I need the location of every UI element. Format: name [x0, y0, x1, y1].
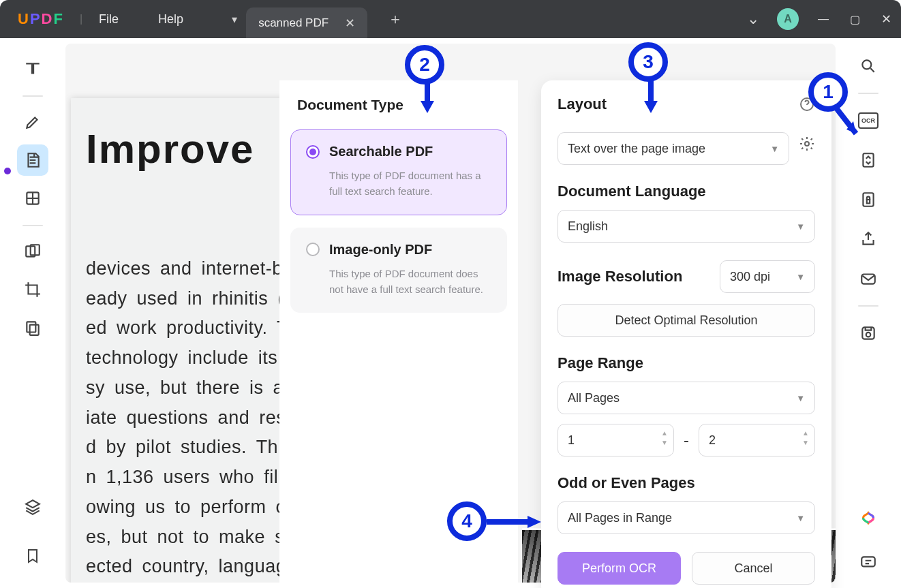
detect-resolution-button[interactable]: Detect Optimal Resolution — [558, 304, 815, 337]
bookmark-icon[interactable] — [17, 540, 48, 572]
callout-4: 4 — [447, 501, 487, 541]
document-type-heading: Document Type — [297, 97, 518, 113]
spin-buttons[interactable]: ▲▼ — [661, 430, 668, 446]
organize-pages-icon[interactable] — [17, 236, 48, 267]
duplicate-page-icon[interactable] — [17, 312, 48, 343]
page-range-value: All Pages — [568, 391, 620, 405]
option-description: This type of PDF document has a full tex… — [329, 168, 491, 200]
page-from-input[interactable]: 1 ▲▼ — [558, 424, 674, 457]
toolbar-separator — [22, 225, 43, 226]
odd-even-label: Odd or Even Pages — [558, 474, 815, 492]
callout-3-arrow — [641, 78, 661, 119]
language-label: Document Language — [558, 183, 815, 200]
callout-2: 2 — [405, 45, 444, 84]
titlebar-right: ⌄ A — ▢ ✕ — [747, 0, 893, 38]
account-dropdown-icon[interactable]: ⌄ — [747, 10, 759, 28]
edit-pdf-icon[interactable] — [17, 144, 48, 176]
svg-rect-12 — [861, 557, 875, 566]
cancel-button[interactable]: Cancel — [692, 552, 815, 585]
chevron-down-icon: ▼ — [796, 393, 805, 403]
tab-scanned-pdf[interactable]: scanned PDF ✕ — [246, 7, 367, 38]
range-dash: - — [684, 431, 689, 450]
email-icon[interactable] — [853, 263, 884, 294]
left-toolbar — [5, 38, 60, 588]
svg-marker-16 — [421, 101, 434, 113]
callout-1: 1 — [808, 72, 848, 112]
save-icon[interactable] — [853, 318, 884, 349]
toolbar-separator — [22, 95, 43, 97]
gear-icon[interactable] — [799, 136, 815, 152]
main-area: Improve devices and internet-bas eady us… — [0, 38, 901, 588]
titlebar: UPDF | File Help ▾ scanned PDF ✕ ＋ ⌄ A —… — [0, 0, 901, 38]
language-value: English — [568, 219, 608, 234]
ai-assistant-icon[interactable] — [853, 505, 884, 536]
tab-title: scanned PDF — [258, 16, 329, 30]
layers-icon[interactable] — [17, 491, 48, 523]
toolbar-separator — [858, 93, 879, 94]
app-logo: UPDF — [18, 10, 63, 28]
option-title: Image-only PDF — [329, 242, 432, 258]
window-maximize-icon[interactable]: ▢ — [848, 13, 861, 26]
new-tab-button[interactable]: ＋ — [382, 9, 408, 29]
svg-marker-18 — [528, 516, 541, 528]
window-close-icon[interactable]: ✕ — [879, 12, 893, 27]
svg-rect-3 — [27, 322, 35, 332]
callout-3: 3 — [628, 42, 668, 82]
page-to-value: 2 — [709, 433, 716, 448]
crop-icon[interactable] — [17, 274, 48, 305]
layout-select[interactable]: Text over the page image ▼ — [558, 132, 789, 165]
resolution-value: 300 dpi — [730, 270, 770, 284]
resolution-select[interactable]: 300 dpi ▼ — [720, 260, 815, 293]
svg-rect-4 — [30, 325, 39, 335]
tab-bar: ▾ scanned PDF ✕ ＋ — [223, 0, 408, 38]
reader-mode-icon[interactable] — [17, 53, 48, 84]
option-searchable-pdf[interactable]: Searchable PDF This type of PDF document… — [290, 129, 507, 215]
page-layout-icon[interactable] — [17, 183, 48, 214]
active-indicator-dot — [4, 168, 11, 174]
ocr-settings-panel: Layout Text over the page image ▼ Docume… — [541, 80, 831, 588]
page-from-value: 1 — [568, 433, 575, 448]
tab-list-dropdown[interactable]: ▾ — [223, 0, 246, 38]
spin-buttons[interactable]: ▲▼ — [802, 430, 809, 446]
callout-1-arrow — [833, 106, 867, 150]
tab-close-icon[interactable]: ✕ — [345, 16, 355, 31]
svg-point-11 — [866, 332, 871, 337]
highlighter-icon[interactable] — [17, 106, 48, 138]
svg-marker-17 — [644, 101, 658, 113]
layout-value: Text over the page image — [568, 142, 705, 156]
toolbar-separator — [858, 305, 879, 307]
chevron-down-icon: ▼ — [796, 272, 805, 282]
radio-image-only-off[interactable] — [306, 243, 320, 256]
chevron-down-icon: ▼ — [770, 144, 779, 154]
svg-point-5 — [862, 60, 871, 69]
svg-rect-9 — [861, 275, 875, 284]
comment-icon[interactable] — [853, 547, 884, 578]
window-minimize-icon[interactable]: — — [816, 13, 830, 25]
layout-label: Layout — [558, 95, 607, 113]
chevron-down-icon: ▼ — [796, 513, 805, 523]
svg-rect-8 — [867, 200, 870, 203]
page-range-label: Page Range — [558, 354, 815, 372]
svg-point-14 — [805, 142, 809, 146]
perform-ocr-button[interactable]: Perform OCR — [558, 552, 681, 585]
odd-even-select[interactable]: All Pages in Range ▼ — [558, 501, 815, 534]
chevron-down-icon: ▼ — [796, 221, 805, 232]
search-icon[interactable] — [853, 50, 884, 82]
menu-help[interactable]: Help — [158, 12, 183, 27]
share-icon[interactable] — [853, 223, 884, 255]
option-description: This type of PDF document does not have … — [329, 266, 491, 298]
protect-icon[interactable] — [853, 184, 884, 215]
logo-separator: | — [80, 13, 82, 25]
callout-2-arrow — [417, 80, 438, 117]
resolution-label: Image Resolution — [558, 268, 682, 285]
callout-4-arrow — [485, 514, 544, 533]
radio-searchable-on[interactable] — [306, 145, 320, 159]
option-title: Searchable PDF — [329, 144, 433, 159]
page-to-input[interactable]: 2 ▲▼ — [699, 424, 815, 457]
language-select[interactable]: English ▼ — [558, 210, 815, 243]
odd-even-value: All Pages in Range — [568, 511, 672, 525]
menu-file[interactable]: File — [99, 12, 119, 27]
page-range-select[interactable]: All Pages ▼ — [558, 382, 815, 414]
avatar[interactable]: A — [777, 8, 799, 30]
option-image-only-pdf[interactable]: Image-only PDF This type of PDF document… — [290, 228, 507, 313]
